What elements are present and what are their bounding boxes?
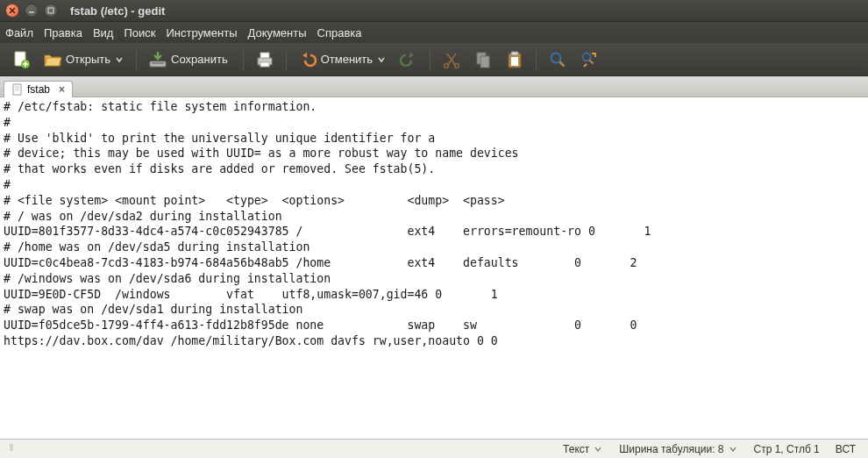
replace-icon <box>580 50 599 69</box>
cut-icon <box>442 50 461 69</box>
menu-tools[interactable]: Инструменты <box>166 26 237 39</box>
separator <box>536 48 537 71</box>
close-tab-icon[interactable]: × <box>59 83 65 96</box>
tab-label: fstab <box>27 83 50 96</box>
separator <box>286 48 287 71</box>
find-button[interactable] <box>542 46 573 74</box>
chevron-down-icon[interactable] <box>114 56 125 63</box>
search-icon <box>548 50 567 69</box>
status-syntax-selector[interactable]: Текст <box>563 443 603 455</box>
chevron-down-icon[interactable] <box>376 56 387 63</box>
separator <box>136 48 137 71</box>
svg-rect-4 <box>152 62 164 64</box>
svg-rect-7 <box>260 62 269 67</box>
svg-rect-6 <box>260 53 269 58</box>
minimize-window-button[interactable] <box>25 4 39 18</box>
undo-button[interactable]: Отменить <box>292 46 393 74</box>
redo-button[interactable] <box>393 46 424 74</box>
chevron-down-icon <box>593 446 603 453</box>
tab-strip: fstab × <box>0 76 868 97</box>
chevron-down-icon <box>728 446 738 453</box>
undo-label: Отменить <box>321 53 373 66</box>
status-bar: Текст Ширина табуляции: 8 Стр 1, Стлб 1 … <box>0 439 868 458</box>
separator <box>243 48 244 71</box>
svg-rect-14 <box>511 57 518 66</box>
menu-help[interactable]: Справка <box>317 26 362 39</box>
print-button[interactable] <box>249 46 281 74</box>
status-syntax-label: Текст <box>563 443 589 455</box>
menu-search[interactable]: Поиск <box>124 26 155 39</box>
menu-view[interactable]: Вид <box>93 26 114 39</box>
close-window-button[interactable] <box>5 4 19 18</box>
new-button[interactable] <box>5 46 37 74</box>
document-tab[interactable]: fstab × <box>4 81 73 97</box>
save-label: Сохранить <box>171 53 228 66</box>
text-editor[interactable]: # /etc/fstab: static file system informa… <box>0 97 868 440</box>
open-button[interactable]: Открыть <box>37 46 131 74</box>
replace-button[interactable] <box>573 46 605 74</box>
document-icon <box>11 83 24 96</box>
print-icon <box>255 50 274 69</box>
svg-point-9 <box>455 63 459 68</box>
svg-point-8 <box>445 63 449 68</box>
svg-rect-11 <box>480 56 489 68</box>
menubar: Файл Правка Вид Поиск Инструменты Докуме… <box>0 22 868 43</box>
menu-file[interactable]: Файл <box>5 26 33 39</box>
cut-button[interactable] <box>436 46 467 74</box>
new-file-icon <box>11 50 31 69</box>
status-left-grip <box>7 442 28 455</box>
window-title: fstab (/etc) - gedit <box>70 4 165 18</box>
toolbar: Открыть Сохранить Отменить <box>0 43 868 76</box>
paste-button[interactable] <box>499 46 530 74</box>
menu-documents[interactable]: Документы <box>248 26 307 39</box>
svg-point-16 <box>583 53 591 61</box>
status-insert-mode[interactable]: ВСТ <box>836 443 856 455</box>
save-button[interactable]: Сохранить <box>142 46 238 74</box>
paste-icon <box>505 50 524 69</box>
menu-edit[interactable]: Правка <box>44 26 82 39</box>
maximize-window-button[interactable] <box>44 4 58 18</box>
svg-rect-13 <box>511 52 518 55</box>
copy-button[interactable] <box>467 46 499 74</box>
open-label: Открыть <box>66 53 110 66</box>
open-folder-icon <box>43 50 62 69</box>
status-tabwidth-label: Ширина табуляции: 8 <box>619 443 723 455</box>
save-icon <box>148 50 167 69</box>
svg-point-15 <box>551 53 561 62</box>
undo-icon <box>298 50 317 69</box>
window-titlebar: fstab (/etc) - gedit <box>0 0 868 22</box>
status-cursor-position: Стр 1, Стлб 1 <box>754 443 820 455</box>
status-tabwidth-selector[interactable]: Ширина табуляции: 8 <box>619 443 737 455</box>
separator <box>430 48 430 71</box>
svg-rect-0 <box>48 8 53 13</box>
copy-icon <box>473 50 493 69</box>
redo-icon <box>399 50 418 69</box>
svg-rect-17 <box>13 84 21 95</box>
